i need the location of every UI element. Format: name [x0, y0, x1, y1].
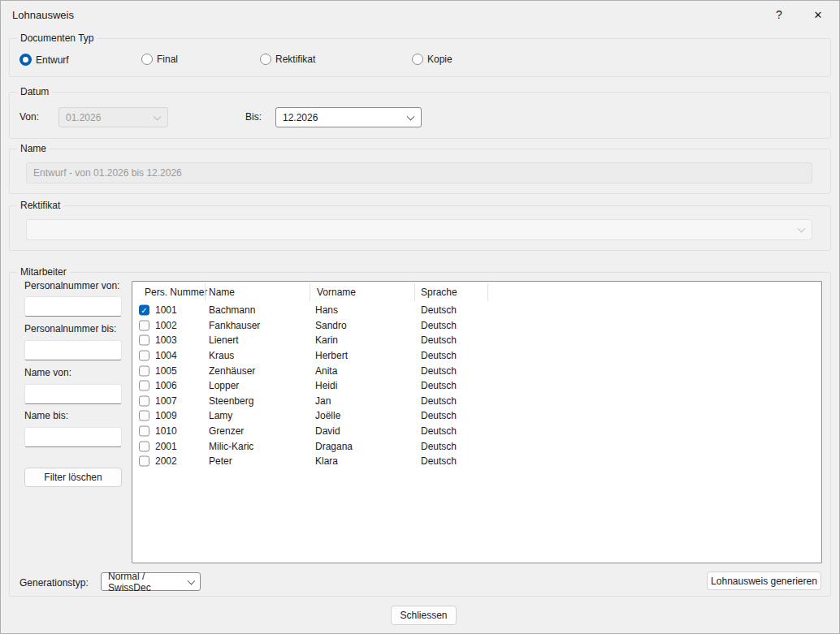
table-row[interactable]: 1006 Lopper Heidi Deutsch — [132, 378, 821, 394]
table-row[interactable]: 1010 Grenzer David Deutsch — [132, 424, 821, 439]
column-header-pers-nummer[interactable]: Pers. Nummer — [145, 287, 207, 298]
cell-pers-nummer: 1002 — [155, 320, 177, 331]
radio-final[interactable]: Final — [141, 54, 178, 65]
table-row[interactable]: 1007 Steenberg Jan Deutsch — [132, 394, 821, 409]
radio-final-label: Final — [157, 54, 178, 65]
lohnausweis-dialog: Lohnausweis ? ✕ Documenten Typ Entwurf F… — [0, 0, 840, 634]
schliessen-button[interactable]: Schliessen — [391, 606, 457, 625]
row-checkbox[interactable] — [139, 351, 149, 361]
row-checkbox[interactable]: ✓ — [139, 305, 149, 316]
cell-pers-nummer: 2001 — [155, 441, 177, 452]
row-checkbox[interactable] — [139, 335, 149, 346]
radio-selected-icon — [19, 54, 32, 66]
row-checkbox[interactable] — [139, 456, 149, 467]
table-row[interactable]: 1005 Zenhäuser Anita Deutsch — [132, 363, 821, 378]
close-icon: ✕ — [814, 9, 823, 21]
cell-sprache: Deutsch — [421, 365, 457, 377]
column-divider — [414, 283, 415, 301]
cell-vorname: Jan — [315, 395, 331, 407]
close-button[interactable]: ✕ — [800, 1, 836, 28]
chevron-down-icon — [407, 112, 415, 120]
radio-unselected-icon — [412, 54, 423, 65]
column-header-sprache[interactable]: Sprache — [421, 287, 457, 298]
cell-pers-nummer: 1003 — [155, 334, 177, 346]
row-checkbox[interactable] — [139, 411, 149, 421]
name-bis-input[interactable] — [24, 427, 122, 447]
table-row[interactable]: 2001 Milic-Karic Dragana Deutsch — [132, 438, 821, 454]
mitarbeiter-table[interactable]: Pers. Nummer Name Vorname Sprache ✓ 1001… — [132, 281, 822, 563]
table-row[interactable]: 1009 Lamy Joëlle Deutsch — [132, 408, 821, 424]
radio-entwurf-label: Entwurf — [36, 54, 69, 66]
radio-rektifikat-label: Rektifikat — [275, 54, 315, 65]
personalnummer-bis-label: Personalnummer bis: — [24, 323, 116, 334]
cell-vorname: Heidi — [315, 380, 337, 391]
cell-name: Lienert — [209, 334, 239, 346]
name-von-label: Name von: — [24, 367, 71, 378]
row-checkbox[interactable] — [139, 395, 149, 406]
name-group: Name Entwurf - von 01.2026 bis 12.2026 — [9, 149, 831, 194]
cell-pers-nummer: 1007 — [155, 395, 177, 407]
row-checkbox[interactable] — [139, 320, 149, 330]
radio-unselected-icon — [260, 54, 271, 65]
cell-vorname: Herbert — [315, 350, 348, 361]
row-checkbox[interactable] — [139, 365, 149, 376]
cell-sprache: Deutsch — [421, 395, 457, 407]
datum-group: Datum Von: 01.2026 Bis: 12.2026 — [9, 92, 831, 139]
cell-pers-nummer: 1004 — [155, 350, 177, 361]
von-dropdown[interactable]: 01.2026 — [58, 107, 168, 127]
cell-sprache: Deutsch — [421, 304, 457, 316]
name-field-value: Entwurf - von 01.2026 bis 12.2026 — [33, 167, 182, 179]
rektifikat-group-label: Rektifikat — [17, 200, 63, 211]
title-bar: Lohnausweis ? ✕ — [1, 1, 839, 30]
cell-sprache: Deutsch — [421, 410, 457, 421]
help-icon: ? — [776, 8, 782, 21]
radio-kopie[interactable]: Kopie — [412, 54, 452, 65]
cell-name: Steenberg — [209, 395, 253, 407]
cell-name: Lopper — [209, 380, 239, 391]
cell-pers-nummer: 1010 — [155, 425, 177, 437]
row-checkbox[interactable] — [139, 381, 149, 391]
table-row[interactable]: ✓ 1001 Bachmann Hans Deutsch — [132, 303, 821, 318]
rektifikat-group: Rektifikat — [9, 205, 831, 251]
name-group-label: Name — [17, 143, 50, 154]
personalnummer-von-input[interactable] — [24, 296, 122, 317]
generationstyp-value: Normal / SwissDec — [108, 571, 184, 593]
cell-sprache: Deutsch — [421, 425, 457, 437]
table-row[interactable]: 1003 Lienert Karin Deutsch — [132, 333, 821, 348]
cell-pers-nummer: 1006 — [155, 380, 177, 391]
cell-vorname: Klara — [315, 455, 338, 467]
cell-pers-nummer: 1005 — [155, 365, 177, 377]
cell-vorname: Hans — [315, 304, 338, 316]
table-row[interactable]: 1002 Fankhauser Sandro Deutsch — [132, 318, 821, 334]
radio-entwurf[interactable]: Entwurf — [19, 54, 69, 66]
table-row[interactable]: 1004 Kraus Herbert Deutsch — [132, 348, 821, 364]
bis-dropdown[interactable]: 12.2026 — [275, 107, 422, 127]
documenten-typ-group-label: Documenten Typ — [17, 32, 97, 44]
table-row[interactable]: 2002 Peter Klara Deutsch — [132, 454, 821, 469]
row-checkbox[interactable] — [139, 441, 149, 451]
cell-name: Kraus — [209, 350, 234, 361]
personalnummer-von-label: Personalnummer von: — [24, 280, 119, 291]
cell-pers-nummer: 1009 — [155, 410, 177, 421]
row-checkbox[interactable] — [139, 426, 149, 437]
filter-loeschen-button[interactable]: Filter löschen — [24, 468, 122, 487]
cell-sprache: Deutsch — [421, 380, 457, 391]
cell-vorname: Anita — [315, 365, 337, 377]
cell-sprache: Deutsch — [421, 455, 457, 467]
column-header-vorname[interactable]: Vorname — [317, 287, 356, 298]
name-von-input[interactable] — [24, 384, 122, 404]
personalnummer-bis-input[interactable] — [24, 340, 122, 360]
column-divider — [205, 283, 206, 301]
bis-label: Bis: — [245, 111, 262, 123]
cell-pers-nummer: 1001 — [155, 304, 177, 316]
window-title: Lohnausweis — [12, 9, 74, 21]
column-header-name[interactable]: Name — [209, 287, 235, 298]
mitarbeiter-group-label: Mitarbeiter — [17, 266, 70, 278]
chevron-down-icon — [188, 576, 196, 584]
datum-group-label: Datum — [17, 86, 52, 97]
radio-rektifikat[interactable]: Rektifikat — [260, 54, 315, 65]
rektifikat-dropdown[interactable] — [26, 219, 812, 240]
help-button[interactable]: ? — [761, 1, 797, 28]
lohnausweis-generieren-button[interactable]: Lohnausweis generieren — [707, 571, 821, 590]
generationstyp-dropdown[interactable]: Normal / SwissDec — [101, 572, 201, 591]
